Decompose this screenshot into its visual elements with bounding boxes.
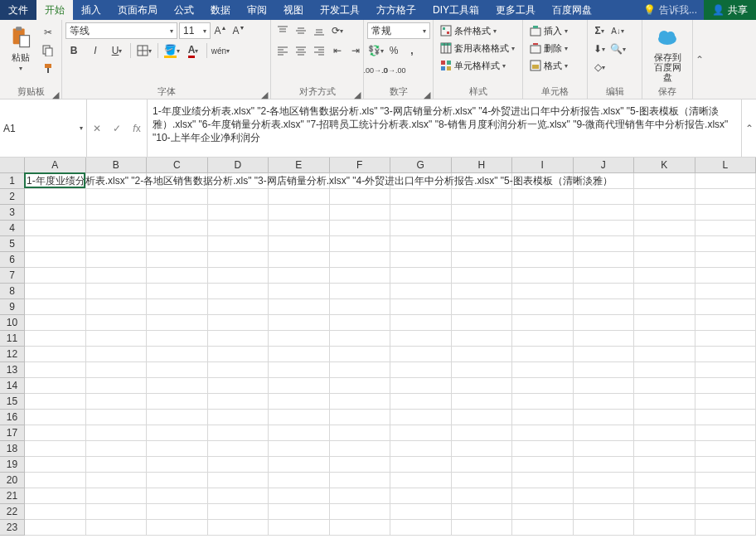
cell[interactable]: [330, 394, 391, 410]
cell[interactable]: [512, 362, 574, 378]
cell[interactable]: [452, 315, 513, 331]
cell[interactable]: [634, 284, 695, 299]
cell[interactable]: [147, 252, 208, 268]
italic-button[interactable]: I: [87, 42, 104, 59]
cell[interactable]: [452, 268, 513, 284]
cell[interactable]: [634, 425, 695, 441]
cell[interactable]: [452, 378, 513, 394]
cell[interactable]: [330, 205, 391, 221]
cell[interactable]: [512, 410, 574, 425]
cell[interactable]: [269, 221, 330, 236]
cell[interactable]: [634, 394, 695, 410]
cell[interactable]: [695, 504, 757, 520]
cell[interactable]: [25, 520, 86, 536]
column-header[interactable]: L: [695, 158, 757, 172]
cell[interactable]: [330, 221, 391, 236]
cell[interactable]: [86, 284, 148, 299]
cell[interactable]: [452, 252, 513, 268]
phonetic-button[interactable]: wén▾: [212, 42, 229, 59]
cell[interactable]: [574, 488, 635, 504]
paste-button[interactable]: 粘贴▾: [3, 22, 38, 74]
cell[interactable]: [86, 221, 148, 236]
column-header[interactable]: B: [86, 158, 148, 172]
cell[interactable]: [574, 362, 635, 378]
cell[interactable]: [86, 362, 148, 378]
cell[interactable]: [269, 205, 330, 221]
insert-cells-button[interactable]: 插入▾: [526, 22, 571, 39]
cell[interactable]: [208, 268, 269, 284]
cell[interactable]: [452, 425, 513, 441]
cell[interactable]: [25, 315, 86, 331]
cell[interactable]: [208, 504, 269, 520]
tab-data[interactable]: 数据: [202, 0, 239, 20]
cell[interactable]: [695, 488, 757, 504]
cell[interactable]: [512, 457, 574, 473]
fill-button[interactable]: ⬇▾: [591, 41, 608, 57]
cell[interactable]: [574, 189, 635, 205]
font-size-select[interactable]: 11▾: [179, 22, 211, 39]
cell[interactable]: [269, 362, 330, 378]
cell[interactable]: [512, 205, 574, 221]
cell[interactable]: [390, 252, 452, 268]
sort-filter-button[interactable]: A↓▾: [609, 22, 626, 39]
cell[interactable]: [512, 315, 574, 331]
tab-baidu[interactable]: 百度网盘: [544, 0, 600, 20]
cell[interactable]: [269, 252, 330, 268]
cell[interactable]: [574, 221, 635, 236]
cell[interactable]: [574, 347, 635, 362]
cell[interactable]: [512, 520, 574, 536]
cell[interactable]: [208, 394, 269, 410]
cell[interactable]: [390, 362, 452, 378]
cell[interactable]: [86, 441, 148, 457]
cell[interactable]: [147, 410, 208, 425]
find-button[interactable]: 🔍▾: [609, 41, 626, 57]
cell[interactable]: [634, 441, 695, 457]
align-top-button[interactable]: [274, 22, 291, 39]
cell[interactable]: [269, 284, 330, 299]
cell[interactable]: [574, 299, 635, 315]
cell[interactable]: [86, 236, 148, 252]
cell[interactable]: [330, 362, 391, 378]
cell[interactable]: [147, 189, 208, 205]
cancel-formula-button[interactable]: ✕: [90, 123, 104, 134]
cell[interactable]: [147, 362, 208, 378]
cell[interactable]: [574, 315, 635, 331]
cell[interactable]: [452, 284, 513, 299]
cell[interactable]: [452, 299, 513, 315]
cell[interactable]: [512, 441, 574, 457]
cell[interactable]: [86, 520, 148, 536]
cell[interactable]: [390, 205, 452, 221]
cell[interactable]: [269, 236, 330, 252]
cell[interactable]: [574, 236, 635, 252]
cell[interactable]: [330, 378, 391, 394]
cell[interactable]: [574, 205, 635, 221]
cell[interactable]: [25, 205, 86, 221]
cell[interactable]: [330, 425, 391, 441]
cell[interactable]: [208, 252, 269, 268]
cell[interactable]: [634, 331, 695, 347]
cell[interactable]: [147, 488, 208, 504]
cell[interactable]: [25, 189, 86, 205]
cell[interactable]: [147, 378, 208, 394]
row-header[interactable]: 6: [0, 252, 25, 268]
cell[interactable]: [634, 236, 695, 252]
cell[interactable]: [452, 473, 513, 488]
cell[interactable]: [25, 410, 86, 425]
row-header[interactable]: 2: [0, 189, 25, 205]
cell[interactable]: [147, 441, 208, 457]
cell[interactable]: [695, 315, 757, 331]
row-header[interactable]: 3: [0, 205, 25, 221]
cell[interactable]: [25, 331, 86, 347]
cell[interactable]: [25, 221, 86, 236]
cell-styles-button[interactable]: 单元格样式▾: [437, 57, 518, 74]
cell[interactable]: [574, 504, 635, 520]
cell[interactable]: [86, 473, 148, 488]
cell[interactable]: [330, 268, 391, 284]
cell[interactable]: [147, 315, 208, 331]
cell[interactable]: [452, 236, 513, 252]
cell[interactable]: [330, 315, 391, 331]
column-header[interactable]: A: [25, 158, 86, 172]
collapse-ribbon-button[interactable]: ⌃: [692, 20, 705, 99]
cell[interactable]: [269, 457, 330, 473]
row-header[interactable]: 18: [0, 441, 25, 457]
